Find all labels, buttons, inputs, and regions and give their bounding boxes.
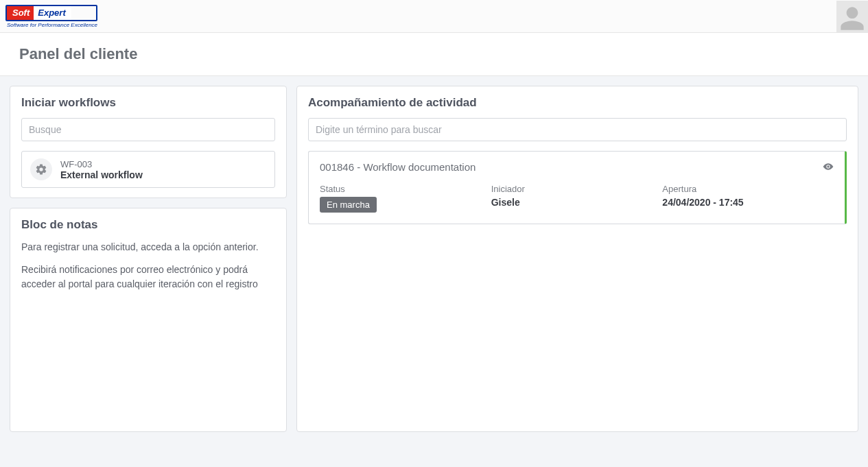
workflow-code: WF-003 [60, 159, 143, 169]
workflow-item[interactable]: WF-003 External workflow [21, 151, 275, 188]
page-title-row: Panel del cliente [0, 33, 868, 76]
activity-open-field: Apertura 24/04/2020 - 17:45 [662, 184, 834, 213]
activity-status-field: Status En marcha [320, 184, 491, 213]
open-value: 24/04/2020 - 17:45 [662, 197, 834, 208]
left-column: Iniciar workflows WF-003 External workfl… [10, 86, 287, 432]
workflows-panel-heading: Iniciar workflows [21, 96, 275, 110]
brand-logo-left: Soft [7, 6, 34, 20]
content-area: Iniciar workflows WF-003 External workfl… [0, 76, 868, 442]
initiator-label: Iniciador [491, 184, 663, 194]
activity-card[interactable]: 001846 - Workflow documentation Status E… [308, 151, 847, 224]
notes-body: Para registrar una solicitud, acceda a l… [21, 240, 275, 300]
view-activity-button[interactable] [823, 161, 834, 174]
page-title: Panel del cliente [19, 45, 849, 63]
workflows-search-input[interactable] [21, 118, 275, 141]
notes-paragraph: Recibirá notificaciones por correo elect… [21, 263, 275, 291]
brand-logo: Soft Expert Software for Performance Exc… [5, 5, 97, 28]
activity-panel: Acompañamiento de actividad 001846 - Wor… [296, 86, 858, 432]
initiator-value: Gisele [491, 197, 663, 208]
top-bar: Soft Expert Software for Performance Exc… [0, 0, 868, 33]
brand-tagline: Software for Performance Excellence [5, 22, 97, 28]
status-badge: En marcha [320, 197, 377, 213]
activity-initiator-field: Iniciador Gisele [491, 184, 663, 213]
user-avatar[interactable] [836, 1, 868, 32]
right-column: Acompañamiento de actividad 001846 - Wor… [296, 86, 858, 432]
status-label: Status [320, 184, 491, 194]
workflow-name: External workflow [60, 169, 143, 180]
notes-paragraph: Para registrar una solicitud, acceda a l… [21, 240, 275, 254]
workflows-panel: Iniciar workflows WF-003 External workfl… [10, 86, 287, 198]
notes-panel-heading: Bloc de notas [21, 218, 275, 232]
eye-icon [823, 161, 834, 172]
activity-search-input[interactable] [308, 118, 847, 141]
open-label: Apertura [662, 184, 834, 194]
user-icon [838, 5, 866, 32]
activity-list: 001846 - Workflow documentation Status E… [308, 151, 847, 224]
gear-icon [30, 158, 52, 180]
activity-panel-heading: Acompañamiento de actividad [308, 96, 847, 110]
notes-panel: Bloc de notas Para registrar una solicit… [10, 208, 287, 432]
brand-logo-right: Expert [34, 6, 71, 20]
activity-title: 001846 - Workflow documentation [320, 161, 834, 173]
